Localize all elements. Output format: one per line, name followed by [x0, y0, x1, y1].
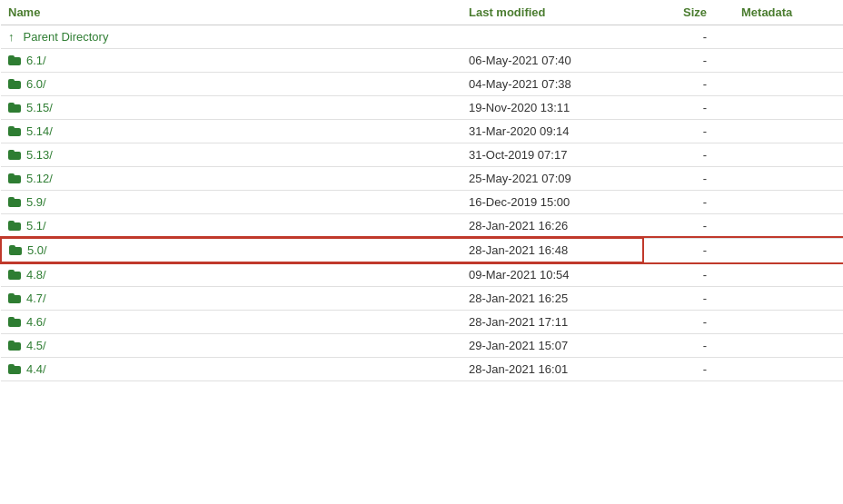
- parent-directory-row: ↑ Parent Directory -: [1, 25, 843, 49]
- row-size-cell: -: [643, 120, 734, 143]
- row-size-cell: -: [643, 191, 734, 214]
- last-modified-header: Last modified: [461, 0, 643, 25]
- row-metadata-cell: [734, 191, 843, 214]
- folder-link[interactable]: 5.9/: [26, 195, 46, 209]
- size-header: Size: [643, 0, 734, 25]
- row-size-cell: -: [643, 96, 734, 120]
- parent-name-cell: ↑ Parent Directory: [1, 25, 461, 49]
- row-metadata-cell: [734, 262, 843, 287]
- table-row: 6.0/04-May-2021 07:38-: [1, 73, 843, 96]
- row-date-cell: 16-Dec-2019 15:00: [461, 191, 643, 214]
- metadata-header: Metadata: [734, 0, 843, 25]
- table-row: 5.9/16-Dec-2019 15:00-: [1, 191, 843, 214]
- folder-link[interactable]: 4.8/: [26, 268, 46, 282]
- row-metadata-cell: [734, 287, 843, 311]
- table-row: 4.8/09-Mar-2021 10:54-: [1, 262, 843, 287]
- row-metadata-cell: [734, 334, 843, 358]
- folder-link[interactable]: 4.5/: [26, 339, 46, 352]
- row-metadata-cell: [734, 311, 843, 334]
- folder-icon: [8, 197, 21, 207]
- row-metadata-cell: [734, 167, 843, 191]
- row-name-cell: 5.15/: [1, 96, 461, 120]
- parent-metadata-cell: [734, 25, 843, 49]
- row-name-cell: 5.1/: [1, 214, 461, 239]
- row-size-cell: -: [643, 287, 734, 311]
- row-date-cell: 28-Jan-2021 17:11: [461, 311, 643, 334]
- row-size-cell: -: [643, 334, 734, 358]
- file-listing-table: Name Last modified Size Metadata ↑ Paren…: [0, 0, 843, 381]
- row-name-cell: 4.5/: [1, 334, 461, 358]
- row-date-cell: 29-Jan-2021 15:07: [461, 334, 643, 358]
- table-row: 5.1/28-Jan-2021 16:26-: [1, 214, 843, 239]
- row-size-cell: -: [643, 214, 734, 239]
- folder-icon: [8, 317, 21, 327]
- row-metadata-cell: [734, 214, 843, 239]
- parent-directory-link[interactable]: Parent Directory: [24, 30, 109, 44]
- row-date-cell: 25-May-2021 07:09: [461, 167, 643, 191]
- folder-link[interactable]: 5.13/: [26, 148, 53, 162]
- folder-icon: [8, 79, 21, 89]
- folder-icon: [8, 293, 21, 303]
- table-header-row: Name Last modified Size Metadata: [1, 0, 843, 25]
- folder-icon: [8, 103, 21, 113]
- row-metadata-cell: [734, 96, 843, 120]
- table-row: 5.15/19-Nov-2020 13:11-: [1, 96, 843, 120]
- row-name-cell: 5.12/: [1, 167, 461, 191]
- row-metadata-cell: [734, 238, 843, 262]
- folder-icon: [8, 364, 21, 374]
- row-date-cell: 06-May-2021 07:40: [461, 49, 643, 73]
- folder-link[interactable]: 6.1/: [26, 54, 46, 67]
- row-size-cell: -: [643, 73, 734, 96]
- row-name-cell: 5.0/: [1, 238, 461, 262]
- folder-icon: [8, 173, 21, 183]
- row-name-cell: 6.1/: [1, 49, 461, 73]
- row-name-cell: 4.4/: [1, 358, 461, 381]
- row-metadata-cell: [734, 143, 843, 167]
- folder-link[interactable]: 6.0/: [26, 77, 46, 91]
- row-date-cell: 28-Jan-2021 16:48: [461, 238, 643, 262]
- folder-icon: [8, 221, 21, 231]
- row-name-cell: 6.0/: [1, 73, 461, 96]
- folder-icon: [8, 270, 21, 280]
- folder-link[interactable]: 5.1/: [26, 219, 46, 232]
- folder-link[interactable]: 5.15/: [26, 101, 53, 114]
- table-row: 4.5/29-Jan-2021 15:07-: [1, 334, 843, 358]
- table-row: 5.13/31-Oct-2019 07:17-: [1, 143, 843, 167]
- table-row: 4.6/28-Jan-2021 17:11-: [1, 311, 843, 334]
- parent-date-cell: [461, 25, 643, 49]
- folder-icon: [9, 245, 22, 255]
- row-date-cell: 28-Jan-2021 16:01: [461, 358, 643, 381]
- table-row: 4.7/28-Jan-2021 16:25-: [1, 287, 843, 311]
- folder-icon: [8, 341, 21, 351]
- up-arrow-icon: ↑: [8, 30, 15, 44]
- row-size-cell: -: [643, 311, 734, 334]
- row-date-cell: 31-Mar-2020 09:14: [461, 120, 643, 143]
- row-date-cell: 04-May-2021 07:38: [461, 73, 643, 96]
- row-date-cell: 19-Nov-2020 13:11: [461, 96, 643, 120]
- name-header: Name: [1, 0, 461, 25]
- table-row: 5.0/28-Jan-2021 16:48-: [1, 238, 843, 262]
- row-metadata-cell: [734, 120, 843, 143]
- folder-link[interactable]: 4.6/: [26, 315, 46, 329]
- row-size-cell: -: [643, 238, 734, 262]
- row-date-cell: 28-Jan-2021 16:25: [461, 287, 643, 311]
- folder-link[interactable]: 4.7/: [26, 292, 46, 305]
- table-row: 5.12/25-May-2021 07:09-: [1, 167, 843, 191]
- row-name-cell: 4.6/: [1, 311, 461, 334]
- row-date-cell: 28-Jan-2021 16:26: [461, 214, 643, 239]
- row-metadata-cell: [734, 73, 843, 96]
- folder-icon: [8, 150, 21, 160]
- row-metadata-cell: [734, 49, 843, 73]
- table-row: 4.4/28-Jan-2021 16:01-: [1, 358, 843, 381]
- folder-icon: [8, 126, 21, 136]
- folder-link[interactable]: 4.4/: [26, 362, 46, 376]
- folder-link[interactable]: 5.14/: [26, 124, 53, 138]
- table-row: 5.14/31-Mar-2020 09:14-: [1, 120, 843, 143]
- row-name-cell: 4.8/: [1, 262, 461, 287]
- folder-link[interactable]: 5.0/: [27, 243, 47, 257]
- row-size-cell: -: [643, 262, 734, 287]
- row-name-cell: 5.14/: [1, 120, 461, 143]
- folder-link[interactable]: 5.12/: [26, 172, 53, 185]
- row-size-cell: -: [643, 49, 734, 73]
- row-size-cell: -: [643, 143, 734, 167]
